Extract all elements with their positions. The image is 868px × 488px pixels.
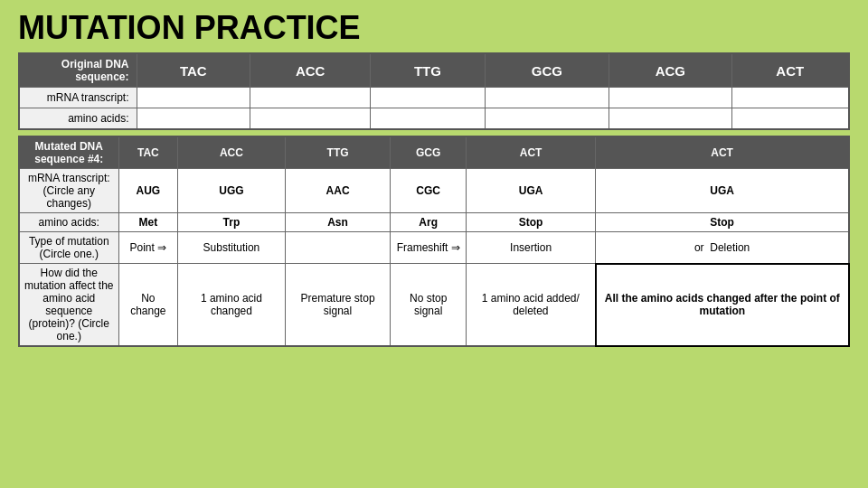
mrna-cell-6 [731, 88, 849, 108]
amino-cell-6 [731, 108, 849, 130]
amino-cell-1 [137, 108, 250, 130]
mrna-label: mRNA transcript: [19, 88, 137, 108]
mut-amino-3: Asn [285, 213, 391, 232]
effect-label: How did the mutation affect the amino ac… [19, 264, 118, 347]
effect-premature: Premature stop signal [285, 264, 391, 347]
dna-col-6: ACT [731, 53, 849, 88]
mut-mrna-5: UGA [466, 169, 595, 213]
mut-dna-col-1: TAC [118, 136, 178, 169]
mut-mrna-3: AAC [285, 169, 391, 213]
effect-no-change: No change [118, 264, 178, 347]
mut-mrna-6: UGA [596, 169, 849, 213]
mut-amino-6: Stop [596, 213, 849, 232]
deletion-text: Deletion [710, 241, 750, 254]
amino-cell-2 [250, 108, 371, 130]
mutation-type-frameshift: Frameshift ⇒ [391, 232, 467, 264]
mutated-dna-table: Mutated DNA sequence #4: TAC ACC TTG GCG… [18, 136, 850, 347]
mut-mrna-2: UGG [178, 169, 286, 213]
mrna-cell-3 [371, 88, 485, 108]
dna-col-1: TAC [137, 53, 250, 88]
mut-amino-4: Arg [391, 213, 467, 232]
mutation-type-point: Point ⇒ [118, 232, 178, 264]
mut-amino-label: amino acids: [19, 213, 118, 232]
dna-col-3: TTG [371, 53, 485, 88]
mut-amino-2: Trp [178, 213, 286, 232]
dna-col-5: ACG [609, 53, 731, 88]
mutation-type-empty [285, 232, 391, 264]
mrna-cell-2 [250, 88, 371, 108]
dna-col-2: ACC [250, 53, 371, 88]
mrna-cell-4 [485, 88, 609, 108]
point-text: Point ⇒ [129, 241, 166, 254]
effect-all-changed: All the amino acids changed after the po… [596, 264, 849, 347]
mut-mrna-label: mRNA transcript: (Circle any changes) [19, 169, 118, 213]
or-text: or [694, 241, 704, 254]
mutation-type-sub: Substitution [178, 232, 286, 264]
mrna-cell-5 [609, 88, 731, 108]
mut-mrna-1: AUG [118, 169, 178, 213]
mut-dna-col-4: GCG [391, 136, 467, 169]
mrna-cell-1 [137, 88, 250, 108]
mutation-type-label: Type of mutation (Circle one.) [19, 232, 118, 264]
effect-1amino: 1 amino acid changed [178, 264, 286, 347]
mut-dna-col-6: ACT [596, 136, 849, 169]
mutated-dna-label: Mutated DNA sequence #4: [19, 136, 118, 169]
mut-amino-5: Stop [466, 213, 595, 232]
mut-dna-col-2: ACC [178, 136, 286, 169]
amino-label: amino acids: [19, 108, 137, 130]
mut-amino-1: Met [118, 213, 178, 232]
page-title: MUTATION PRACTICE [0, 0, 868, 52]
frameshift-text: Frameshift ⇒ [397, 241, 460, 254]
mutation-type-or-deletion: or Deletion [596, 232, 849, 264]
amino-cell-4 [485, 108, 609, 130]
dna-col-4: GCG [485, 53, 609, 88]
effect-1added: 1 amino acid added/ deleted [466, 264, 595, 347]
mutation-type-insertion: Insertion [466, 232, 595, 264]
effect-no-stop: No stop signal [391, 264, 467, 347]
amino-cell-5 [609, 108, 731, 130]
mut-dna-col-5: ACT [466, 136, 595, 169]
amino-cell-3 [371, 108, 485, 130]
mut-mrna-4: CGC [391, 169, 467, 213]
mut-dna-col-3: TTG [285, 136, 391, 169]
original-dna-table: Original DNA sequence: TAC ACC TTG GCG A… [18, 52, 850, 130]
original-dna-label: Original DNA sequence: [19, 53, 137, 88]
